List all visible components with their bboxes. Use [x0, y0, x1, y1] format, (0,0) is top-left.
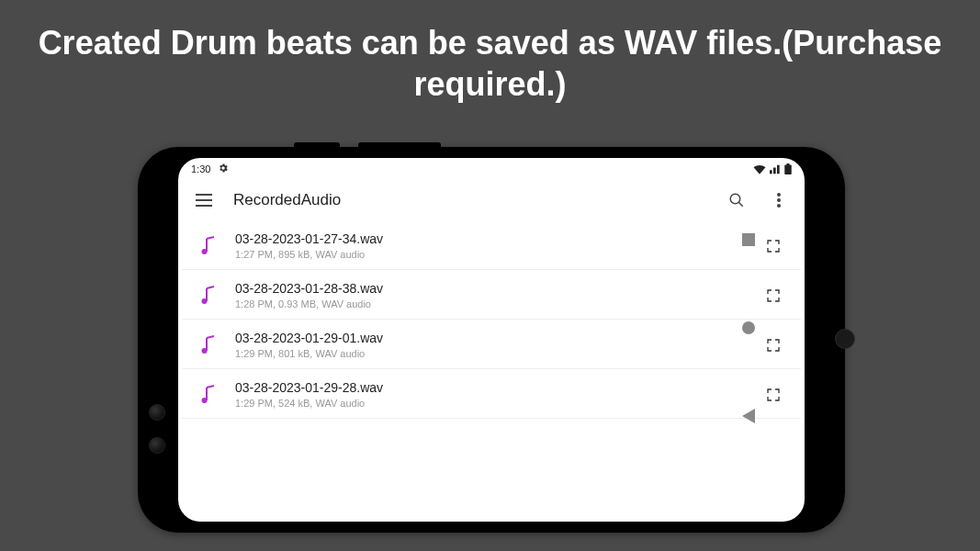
- svg-point-11: [202, 298, 208, 304]
- file-meta: 1:28 PM, 0.93 MB, WAV audio: [235, 298, 746, 309]
- file-name: 03-28-2023-01-29-28.wav: [235, 380, 746, 395]
- phone-camera-decoration: [149, 404, 165, 421]
- file-list: 03-28-2023-01-27-34.wav 1:27 PM, 895 kB,…: [178, 220, 805, 522]
- promo-caption: Created Drum beats can be saved as WAV f…: [0, 0, 980, 114]
- more-icon[interactable]: [766, 187, 792, 213]
- file-meta: 1:27 PM, 895 kB, WAV audio: [235, 249, 746, 260]
- phone-screen: 1:30: [178, 158, 805, 522]
- search-icon[interactable]: [724, 187, 749, 213]
- fullscreen-icon[interactable]: [762, 334, 784, 356]
- svg-point-3: [730, 194, 740, 204]
- media-controls: [740, 231, 757, 424]
- list-item[interactable]: 03-28-2023-01-29-28.wav 1:29 PM, 524 kB,…: [182, 369, 801, 419]
- fullscreen-icon[interactable]: [762, 384, 784, 406]
- svg-point-7: [777, 204, 781, 208]
- file-name: 03-28-2023-01-29-01.wav: [235, 331, 746, 345]
- svg-point-15: [202, 398, 208, 403]
- file-name: 03-28-2023-01-27-34.wav: [235, 231, 746, 246]
- app-title: RecordedAudio: [233, 191, 341, 209]
- battery-icon: [784, 163, 792, 174]
- record-button[interactable]: [740, 320, 757, 336]
- music-note-icon: [198, 382, 219, 408]
- svg-line-4: [738, 202, 743, 207]
- svg-point-6: [777, 198, 781, 202]
- gear-icon: [218, 163, 229, 175]
- phone-camera-decoration: [149, 437, 165, 454]
- music-note-icon: [198, 233, 219, 259]
- phone-speaker-decoration: [835, 329, 855, 349]
- app-bar: RecordedAudio: [178, 180, 805, 220]
- svg-point-5: [777, 193, 781, 197]
- cellular-icon: [770, 164, 781, 174]
- list-item[interactable]: 03-28-2023-01-28-38.wav 1:28 PM, 0.93 MB…: [182, 270, 801, 320]
- file-meta: 1:29 PM, 801 kB, WAV audio: [235, 348, 746, 359]
- music-note-icon: [198, 332, 219, 358]
- play-back-button[interactable]: [740, 408, 757, 424]
- fullscreen-icon[interactable]: [762, 235, 784, 257]
- status-time: 1:30: [191, 163, 210, 174]
- fullscreen-icon[interactable]: [762, 285, 784, 307]
- menu-icon[interactable]: [191, 187, 217, 213]
- phone-mockup: 1:30: [138, 147, 845, 533]
- wifi-icon: [753, 164, 766, 174]
- file-meta: 1:29 PM, 524 kB, WAV audio: [235, 398, 746, 409]
- status-bar: 1:30: [178, 158, 805, 180]
- music-note-icon: [198, 283, 219, 309]
- stop-button[interactable]: [740, 231, 757, 248]
- list-item[interactable]: 03-28-2023-01-29-01.wav 1:29 PM, 801 kB,…: [182, 320, 801, 369]
- svg-point-13: [202, 348, 208, 354]
- phone-frame: 1:30: [138, 147, 845, 533]
- list-item[interactable]: 03-28-2023-01-27-34.wav 1:27 PM, 895 kB,…: [182, 220, 801, 270]
- file-name: 03-28-2023-01-28-38.wav: [235, 281, 746, 296]
- svg-point-9: [202, 249, 208, 254]
